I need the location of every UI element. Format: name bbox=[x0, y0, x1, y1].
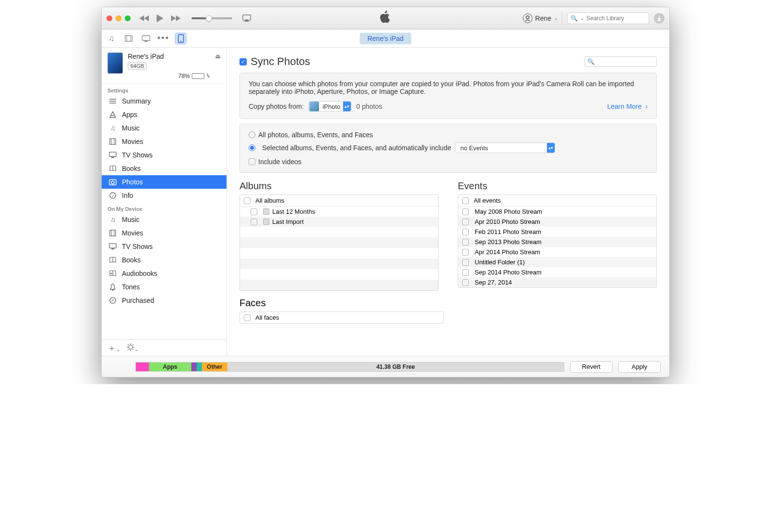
downloads-button[interactable] bbox=[654, 13, 665, 24]
sidebar-item-tv-shows[interactable]: TV Shows bbox=[102, 148, 226, 162]
sidebar-item-books[interactable]: Books bbox=[102, 162, 226, 175]
movies-icon bbox=[108, 137, 117, 146]
all-faces-checkbox[interactable] bbox=[244, 314, 251, 321]
svg-point-18 bbox=[111, 181, 114, 184]
device-tab-icon[interactable] bbox=[175, 33, 186, 44]
user-menu[interactable]: Rene ⌄ bbox=[519, 12, 562, 25]
window-controls bbox=[106, 15, 131, 21]
all-events-checkbox[interactable] bbox=[462, 197, 469, 204]
list-item[interactable]: Apr 2010 Photo Stream bbox=[458, 217, 656, 227]
more-tab-button[interactable]: ••• bbox=[158, 33, 169, 44]
auto-include-select[interactable]: no Events ▴▾ bbox=[455, 143, 555, 153]
sidebar-item-purchased[interactable]: PPurchased bbox=[102, 294, 226, 307]
eject-button[interactable]: ⏏ bbox=[215, 52, 221, 60]
sidebar-item-photos[interactable]: Photos bbox=[102, 175, 226, 189]
chevron-down-icon: ⌄ bbox=[554, 15, 558, 21]
events-heading: Events bbox=[458, 181, 657, 192]
events-listbox[interactable]: All events May 2008 Photo StreamApr 2010… bbox=[458, 195, 657, 288]
music-icon: ♫ bbox=[108, 215, 117, 224]
list-item[interactable]: Sep 27, 2014 bbox=[458, 277, 656, 287]
sidebar-item-label: Summary bbox=[122, 97, 151, 105]
list-item[interactable]: Untitled Folder (1) bbox=[458, 257, 656, 267]
list-item[interactable]: Last 12 Months bbox=[240, 207, 438, 217]
sidebar-item-summary[interactable]: Summary bbox=[102, 94, 226, 108]
item-checkbox[interactable] bbox=[462, 229, 469, 235]
copy-from-select[interactable]: iPhoto ▴▾ bbox=[308, 101, 351, 112]
svg-rect-5 bbox=[142, 36, 150, 40]
play-button[interactable] bbox=[156, 13, 164, 23]
list-item[interactable]: Sep 2013 Photo Stream bbox=[458, 237, 656, 247]
search-icon: 🔍 bbox=[587, 58, 595, 65]
sync-photos-checkbox[interactable]: ✓ bbox=[239, 58, 247, 65]
search-icon: 🔍 bbox=[571, 15, 578, 22]
iphoto-icon bbox=[309, 102, 319, 111]
storage-bar: AppsOther41.38 GB Free bbox=[135, 362, 564, 372]
list-item[interactable]: Feb 2011 Photo Stream bbox=[458, 227, 656, 237]
library-toolbar: ♫ ••• Rene's iPad bbox=[102, 29, 669, 48]
sidebar-item-music[interactable]: ♫Music bbox=[102, 121, 226, 135]
sidebar-item-movies[interactable]: Movies bbox=[102, 135, 226, 148]
titlebar: Rene ⌄ 🔍⌄ bbox=[102, 7, 669, 29]
sidebar-item-music[interactable]: ♫Music bbox=[102, 213, 226, 226]
item-checkbox[interactable] bbox=[462, 219, 469, 225]
tvshows-tab-icon[interactable] bbox=[140, 33, 152, 44]
faces-listbox[interactable]: All faces bbox=[239, 311, 444, 324]
list-item[interactable]: Sep 2014 Photo Stream bbox=[458, 267, 656, 277]
radio-all-photos[interactable] bbox=[249, 131, 255, 138]
radio-selected-photos[interactable] bbox=[249, 144, 255, 151]
library-search-input[interactable]: 🔍⌄ bbox=[567, 13, 649, 24]
svg-point-29 bbox=[129, 345, 133, 349]
onmydevice-header: On My Device bbox=[102, 202, 226, 213]
search-field[interactable] bbox=[586, 13, 659, 24]
storage-segment bbox=[191, 363, 197, 371]
audiobooks-icon bbox=[108, 269, 117, 278]
sidebar-item-books[interactable]: Books bbox=[102, 253, 226, 267]
volume-slider[interactable] bbox=[191, 17, 232, 19]
add-playlist-button[interactable]: ＋⌄ bbox=[107, 342, 120, 354]
item-checkbox[interactable] bbox=[462, 279, 469, 286]
include-videos-checkbox[interactable] bbox=[249, 158, 255, 165]
revert-button[interactable]: Revert bbox=[570, 361, 612, 373]
storage-segment bbox=[197, 363, 202, 371]
item-checkbox[interactable] bbox=[251, 219, 257, 225]
sidebar-item-tones[interactable]: Tones bbox=[102, 280, 226, 294]
albums-listbox[interactable]: All albums Last 12 MonthsLast Import bbox=[239, 195, 439, 291]
device-name-tab[interactable]: Rene's iPad bbox=[359, 33, 411, 44]
prev-track-button[interactable] bbox=[139, 14, 150, 22]
storage-segment: Apps bbox=[149, 363, 192, 371]
sidebar-item-apps[interactable]: Apps bbox=[102, 108, 226, 121]
close-window-button[interactable] bbox=[106, 15, 112, 21]
minimize-window-button[interactable] bbox=[116, 15, 121, 21]
all-albums-checkbox[interactable] bbox=[244, 197, 251, 204]
list-item[interactable]: May 2008 Photo Stream bbox=[458, 207, 656, 217]
battery-icon bbox=[192, 73, 204, 79]
item-checkbox[interactable] bbox=[462, 269, 469, 276]
folder-icon bbox=[263, 208, 269, 215]
list-item[interactable]: Last Import bbox=[240, 217, 438, 227]
transport-controls bbox=[139, 13, 251, 23]
sidebar-item-label: Info bbox=[122, 192, 133, 199]
airplay-button[interactable] bbox=[242, 14, 251, 22]
item-checkbox[interactable] bbox=[462, 208, 469, 215]
item-checkbox[interactable] bbox=[251, 208, 257, 215]
music-tab-icon[interactable]: ♫ bbox=[106, 33, 117, 44]
item-checkbox[interactable] bbox=[462, 239, 469, 246]
learn-more-link[interactable]: Learn More › bbox=[607, 103, 648, 110]
itunes-window: Rene ⌄ 🔍⌄ ♫ ••• Rene's iPad Rene's i bbox=[101, 7, 670, 377]
next-track-button[interactable] bbox=[170, 14, 181, 22]
movies-tab-icon[interactable] bbox=[123, 33, 134, 44]
sidebar-item-tv-shows[interactable]: TV Shows bbox=[102, 240, 226, 253]
actions-gear-button[interactable]: ⌄ bbox=[127, 343, 138, 353]
svg-point-8 bbox=[180, 41, 181, 42]
item-checkbox[interactable] bbox=[462, 249, 469, 256]
user-icon bbox=[523, 13, 532, 23]
sidebar-item-audiobooks[interactable]: Audiobooks bbox=[102, 267, 226, 280]
item-checkbox[interactable] bbox=[462, 259, 469, 266]
zoom-window-button[interactable] bbox=[125, 15, 131, 21]
content-search[interactable]: 🔍 bbox=[585, 56, 657, 67]
list-item[interactable]: Apr 2014 Photo Stream bbox=[458, 247, 656, 257]
apply-button[interactable]: Apply bbox=[618, 361, 661, 373]
sidebar-item-info[interactable]: iInfo bbox=[102, 189, 226, 202]
sidebar-item-movies[interactable]: Movies bbox=[102, 226, 226, 240]
sidebar-item-label: Music bbox=[122, 216, 140, 223]
